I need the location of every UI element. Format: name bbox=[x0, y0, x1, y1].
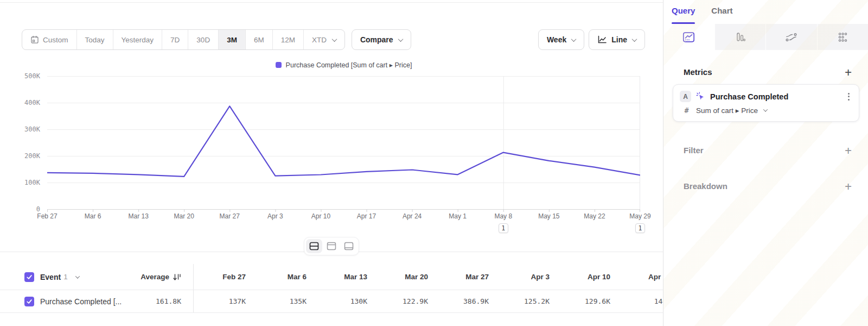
metrics-section-header: Metrics + bbox=[678, 67, 852, 77]
x-axis-label: Mar 20 bbox=[174, 212, 194, 220]
metric-aggregation-label: Sum of cart ▸ Price bbox=[696, 106, 758, 115]
report-canvas: CustomTodayYesterday7D30D3M6M12MXTD Comp… bbox=[0, 0, 663, 326]
dots-grid-icon bbox=[837, 32, 848, 43]
annotation-badge[interactable]: 1 bbox=[635, 223, 645, 233]
tab-query[interactable]: Query bbox=[672, 6, 695, 24]
chart-only-view-toggle[interactable] bbox=[323, 239, 340, 253]
average-value-cell: 161.8K bbox=[125, 290, 194, 312]
event-sparkle-icon bbox=[696, 92, 705, 101]
range-12m[interactable]: 12M bbox=[272, 30, 303, 49]
average-header-label: Average bbox=[141, 273, 169, 281]
x-axis-label: May 1 bbox=[449, 212, 467, 220]
y-axis-label: 0 bbox=[36, 205, 40, 213]
date-column-header: Mar 20 bbox=[376, 273, 437, 281]
range-6m[interactable]: 6M bbox=[245, 30, 272, 49]
checkbox-checked-icon bbox=[26, 299, 33, 304]
range-custom[interactable]: Custom bbox=[22, 30, 76, 49]
chevron-down-icon bbox=[571, 36, 577, 42]
date-column-header: Mar 27 bbox=[437, 273, 497, 281]
breakdown-section-header: Breakdown + bbox=[678, 181, 852, 191]
range-label: XTD bbox=[312, 36, 327, 44]
results-table: Event 1 Average Feb 27Mar 6Mar 13Mar 20M… bbox=[0, 252, 663, 313]
range-today[interactable]: Today bbox=[76, 30, 113, 49]
top-panel-view-icon bbox=[326, 241, 337, 251]
metrics-title: Metrics bbox=[684, 67, 712, 77]
chevron-down-icon bbox=[398, 36, 403, 42]
compare-label: Compare bbox=[360, 35, 393, 44]
date-column-header: Feb 27 bbox=[194, 273, 254, 281]
date-value-cell: 135K bbox=[254, 297, 315, 305]
chart-legend: Purchase Completed [Sum of cart ▸ Price] bbox=[47, 61, 640, 69]
average-column-header[interactable]: Average bbox=[125, 264, 194, 290]
table-row: Purchase Completed [... 161.8K 137K135K1… bbox=[0, 290, 663, 313]
filter-section-header: Filter + bbox=[678, 146, 852, 155]
chart-type-select[interactable]: Line bbox=[589, 29, 645, 50]
add-breakdown-button[interactable]: + bbox=[845, 182, 852, 191]
range-label: 30D bbox=[196, 36, 210, 44]
row-checkbox[interactable] bbox=[24, 297, 34, 306]
line-chart-plot bbox=[47, 76, 640, 213]
range-label: Yesterday bbox=[122, 36, 154, 44]
range-3m[interactable]: 3M bbox=[218, 30, 245, 49]
checkbox-checked-icon bbox=[26, 274, 33, 280]
insights-line-icon bbox=[682, 32, 695, 43]
event-header-label: Event bbox=[40, 273, 61, 281]
date-column-header: Apr 3 bbox=[497, 273, 558, 281]
metric-aggregation-select[interactable]: # Sum of cart ▸ Price bbox=[680, 106, 852, 115]
table-only-view-toggle[interactable] bbox=[341, 239, 357, 253]
x-axis: Feb 27Mar 6Mar 13Mar 20Mar 27Apr 3Apr 10… bbox=[47, 212, 640, 221]
number-hash-icon: # bbox=[682, 106, 691, 115]
flows-icon bbox=[785, 32, 797, 42]
tab-chart[interactable]: Chart bbox=[711, 6, 732, 24]
chart-type-more[interactable] bbox=[817, 24, 868, 50]
table-header-row: Event 1 Average Feb 27Mar 6Mar 13Mar 20M… bbox=[0, 252, 663, 290]
range-30d[interactable]: 30D bbox=[188, 30, 218, 49]
split-view-toggle[interactable] bbox=[306, 239, 322, 253]
select-all-checkbox[interactable] bbox=[24, 272, 34, 282]
date-value-cell: 386.9K bbox=[437, 297, 497, 305]
y-axis-label: 100K bbox=[24, 179, 40, 186]
row-event-name: Purchase Completed [... bbox=[40, 297, 122, 306]
query-panel: Query Chart bbox=[663, 0, 868, 326]
metric-card[interactable]: A Purchase Completed # Sum of cart ▸ Pri… bbox=[673, 84, 859, 122]
y-axis-label: 400K bbox=[24, 99, 40, 106]
interval-select[interactable]: Week bbox=[538, 29, 584, 50]
range-yesterday[interactable]: Yesterday bbox=[113, 30, 162, 49]
sort-descending-icon[interactable] bbox=[173, 273, 181, 281]
chart-type-bar[interactable] bbox=[714, 24, 766, 50]
kebab-menu-icon[interactable] bbox=[845, 91, 852, 102]
chevron-down-icon bbox=[75, 274, 79, 278]
range-7d[interactable]: 7D bbox=[162, 30, 188, 49]
filter-label: Filter bbox=[684, 146, 704, 155]
range-xtd[interactable]: XTD bbox=[303, 30, 344, 49]
add-filter-button[interactable]: + bbox=[845, 146, 852, 155]
breakdown-label: Breakdown bbox=[684, 181, 727, 191]
date-value-cell: 130K bbox=[315, 297, 376, 305]
split-view-icon bbox=[309, 241, 320, 251]
y-axis-label: 300K bbox=[24, 126, 40, 133]
date-value-cell: 137K bbox=[194, 297, 254, 305]
y-axis-label: 200K bbox=[24, 152, 40, 160]
panel-tabs: Query Chart bbox=[663, 0, 868, 24]
compare-button[interactable]: Compare bbox=[352, 29, 411, 50]
x-axis-label: May 8 bbox=[494, 212, 512, 220]
query-panel-body: Metrics + A Purchase Completed # Sum of … bbox=[663, 67, 868, 191]
annotation-badge[interactable]: 1 bbox=[499, 223, 508, 233]
legend-label: Purchase Completed [Sum of cart ▸ Price] bbox=[286, 61, 412, 69]
metric-card-event-row: A Purchase Completed bbox=[680, 91, 852, 102]
date-value-cell: 122.9K bbox=[376, 297, 437, 305]
chevron-down-icon bbox=[331, 36, 337, 42]
range-label: Today bbox=[85, 36, 105, 44]
date-value-cell: 125.2K bbox=[497, 297, 558, 305]
x-axis-label: Feb 27 bbox=[37, 212, 57, 220]
add-metric-button[interactable]: + bbox=[845, 68, 852, 77]
y-axis-label: 500K bbox=[24, 72, 40, 80]
date-column-header: Mar 13 bbox=[315, 273, 376, 281]
legend-swatch bbox=[276, 62, 282, 68]
x-axis-label: May 29 bbox=[629, 212, 650, 220]
event-column-header[interactable]: Event 1 bbox=[0, 272, 125, 282]
x-axis-label: Mar 27 bbox=[220, 212, 240, 220]
chart-type-flows[interactable] bbox=[765, 24, 817, 50]
chart-type-insights[interactable] bbox=[663, 24, 714, 50]
chart-type-tabs bbox=[663, 24, 868, 50]
